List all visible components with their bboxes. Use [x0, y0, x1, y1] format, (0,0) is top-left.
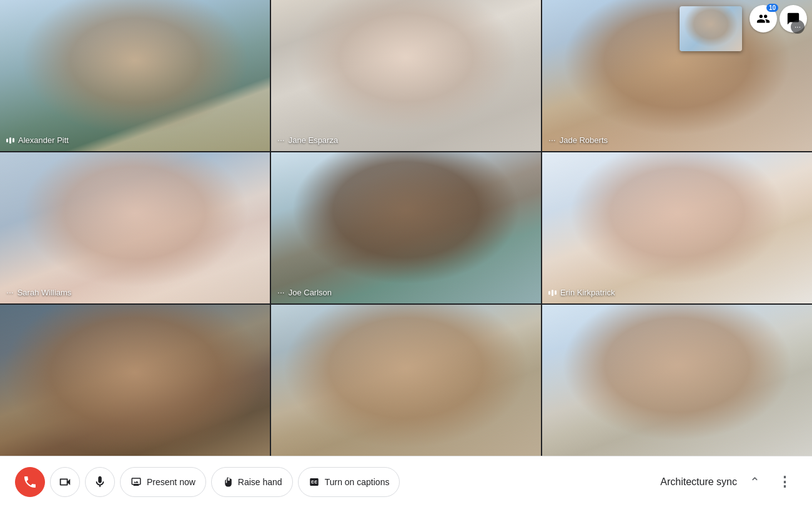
- video-tile-joe: ··· Joe Carlson: [271, 152, 541, 303]
- video-tile-7: [0, 305, 270, 456]
- participant-name-5: Joe Carlson: [289, 288, 332, 297]
- top-right-controls: 10 ···: [750, 5, 807, 32]
- self-thumbnail: [680, 6, 742, 51]
- participant-label-1: Alexander Pitt: [6, 135, 69, 145]
- participant-name-1: Alexander Pitt: [18, 135, 69, 145]
- video-tile-jane: ··· Jane Esparza: [271, 0, 541, 151]
- raise-hand-label: Raise hand: [238, 477, 282, 487]
- mic-muted-icon-2: ···: [277, 135, 285, 145]
- raise-hand-button[interactable]: Raise hand: [211, 467, 293, 497]
- video-grid: Alexander Pitt ··· Jane Esparza ··· Jade…: [0, 0, 812, 456]
- bottom-toolbar: Present now Raise hand Turn on captions …: [0, 456, 812, 507]
- camera-button[interactable]: [50, 467, 80, 497]
- meeting-name-area: Architecture sync ⌃: [660, 470, 767, 495]
- more-dots-icon: ⋮: [778, 474, 792, 490]
- camera-icon: [58, 475, 72, 489]
- end-call-icon: [22, 475, 37, 490]
- participant-label-5: ··· Joe Carlson: [277, 287, 332, 297]
- mic-icon: [93, 475, 107, 489]
- participant-name-2: Jane Esparza: [289, 135, 339, 145]
- participant-name-4: Sarah Williams: [17, 288, 72, 297]
- mic-muted-icon-3: ···: [548, 135, 556, 145]
- participants-button[interactable]: 10: [750, 5, 777, 32]
- meeting-options-chevron[interactable]: ⌃: [742, 470, 767, 495]
- end-call-button[interactable]: [15, 467, 45, 497]
- more-options-button[interactable]: ⋮: [772, 470, 797, 495]
- captions-icon: [309, 476, 320, 488]
- mic-active-icon-1: [6, 137, 14, 144]
- raise-hand-icon: [222, 476, 233, 488]
- present-now-label: Present now: [147, 477, 196, 487]
- present-icon: [131, 476, 142, 488]
- participant-label-3: ··· Jade Roberts: [548, 135, 608, 145]
- thumbnail-more-button[interactable]: ···: [791, 20, 805, 34]
- video-tile-8: [271, 305, 541, 456]
- present-now-button[interactable]: Present now: [120, 467, 206, 497]
- participant-name-3: Jade Roberts: [560, 135, 608, 145]
- participant-label-4: ··· Sarah Williams: [6, 287, 71, 297]
- mic-muted-icon-4: ···: [6, 287, 14, 297]
- meeting-title: Architecture sync: [660, 476, 737, 488]
- participant-label-2: ··· Jane Esparza: [277, 135, 338, 145]
- people-icon: [756, 12, 770, 26]
- chevron-up-icon: ⌃: [750, 475, 760, 490]
- mic-active-icon-6: [548, 290, 557, 296]
- video-tile-sarah: ··· Sarah Williams: [0, 152, 270, 303]
- participant-name-6: Erin Kirkpatrick: [560, 288, 615, 297]
- mic-muted-icon-5: ···: [277, 287, 285, 297]
- participant-label-6: Erin Kirkpatrick: [548, 288, 615, 297]
- participants-badge: 10: [766, 4, 778, 12]
- video-tile-9: [542, 305, 812, 456]
- video-tile-erin: Erin Kirkpatrick: [542, 152, 812, 303]
- mic-button[interactable]: [85, 467, 115, 497]
- video-tile-alexander: Alexander Pitt: [0, 0, 270, 151]
- captions-button[interactable]: Turn on captions: [298, 467, 400, 497]
- captions-label: Turn on captions: [325, 477, 390, 487]
